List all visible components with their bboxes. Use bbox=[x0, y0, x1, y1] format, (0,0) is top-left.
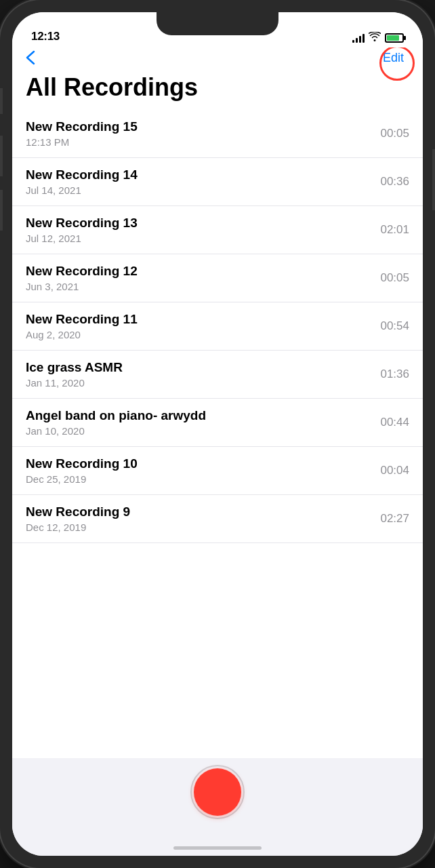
back-button[interactable] bbox=[26, 50, 35, 65]
recording-info: New Recording 11 Aug 2, 2020 bbox=[26, 312, 380, 340]
record-button[interactable] bbox=[194, 768, 241, 816]
recordings-list: New Recording 15 12:13 PM 00:05 New Reco… bbox=[12, 110, 423, 758]
recording-info: New Recording 9 Dec 12, 2019 bbox=[26, 505, 380, 533]
recording-info: New Recording 12 Jun 3, 2021 bbox=[26, 264, 380, 292]
recording-duration: 00:05 bbox=[380, 127, 409, 140]
list-item[interactable]: New Recording 9 Dec 12, 2019 02:27 bbox=[12, 495, 423, 543]
recording-date: Dec 12, 2019 bbox=[26, 521, 380, 533]
recording-name: New Recording 10 bbox=[26, 456, 380, 471]
list-item[interactable]: New Recording 12 Jun 3, 2021 00:05 bbox=[12, 254, 423, 302]
list-item[interactable]: New Recording 11 Aug 2, 2020 00:54 bbox=[12, 302, 423, 351]
phone-frame: 12:13 bbox=[0, 0, 435, 868]
recording-duration: 02:01 bbox=[380, 223, 409, 237]
home-indicator bbox=[12, 840, 423, 856]
power-button[interactable] bbox=[432, 149, 435, 210]
recording-date: Jan 11, 2020 bbox=[26, 377, 380, 389]
recording-duration: 00:04 bbox=[380, 464, 409, 477]
recording-name: Ice grass ASMR bbox=[26, 360, 380, 375]
wifi-icon bbox=[369, 32, 381, 43]
list-item[interactable]: New Recording 15 12:13 PM 00:05 bbox=[12, 110, 423, 158]
recording-date: Dec 25, 2019 bbox=[26, 473, 380, 485]
page-title: All Recordings bbox=[12, 71, 423, 110]
recording-date: Jul 14, 2021 bbox=[26, 184, 380, 196]
recording-duration: 00:54 bbox=[380, 319, 409, 333]
status-icons bbox=[352, 32, 404, 43]
battery-fill bbox=[387, 35, 399, 41]
recording-name: New Recording 15 bbox=[26, 119, 380, 134]
recording-info: New Recording 13 Jul 12, 2021 bbox=[26, 216, 380, 244]
recording-info: New Recording 14 Jul 14, 2021 bbox=[26, 167, 380, 196]
mute-switch[interactable] bbox=[0, 88, 3, 114]
recording-name: Angel band on piano- arwydd bbox=[26, 408, 380, 423]
recording-date: Jul 12, 2021 bbox=[26, 233, 380, 244]
recording-name: New Recording 14 bbox=[26, 167, 380, 182]
nav-bar: Edit bbox=[12, 47, 423, 71]
recording-name: New Recording 12 bbox=[26, 264, 380, 279]
recording-info: New Recording 15 12:13 PM bbox=[26, 119, 380, 148]
recording-duration: 00:44 bbox=[380, 416, 409, 429]
status-time: 12:13 bbox=[31, 30, 60, 43]
list-item[interactable]: New Recording 14 Jul 14, 2021 00:36 bbox=[12, 158, 423, 206]
recording-date: Aug 2, 2020 bbox=[26, 329, 380, 340]
phone-screen: 12:13 bbox=[12, 12, 423, 856]
recording-name: New Recording 13 bbox=[26, 216, 380, 231]
recording-name: New Recording 11 bbox=[26, 312, 380, 327]
recording-info: New Recording 10 Dec 25, 2019 bbox=[26, 456, 380, 485]
edit-button[interactable]: Edit bbox=[377, 48, 409, 67]
volume-up-button[interactable] bbox=[0, 136, 3, 176]
recording-duration: 02:27 bbox=[380, 512, 409, 526]
list-item[interactable]: New Recording 13 Jul 12, 2021 02:01 bbox=[12, 206, 423, 254]
battery-icon bbox=[385, 33, 404, 43]
recording-date: 12:13 PM bbox=[26, 136, 380, 148]
recording-date: Jun 3, 2021 bbox=[26, 281, 380, 292]
recording-info: Ice grass ASMR Jan 11, 2020 bbox=[26, 360, 380, 389]
recording-duration: 00:36 bbox=[380, 175, 409, 189]
recording-duration: 00:05 bbox=[380, 271, 409, 285]
recording-duration: 01:36 bbox=[380, 368, 409, 381]
home-indicator-bar bbox=[173, 846, 262, 850]
edit-button-container: Edit bbox=[377, 51, 409, 65]
recording-name: New Recording 9 bbox=[26, 505, 380, 519]
recording-date: Jan 10, 2020 bbox=[26, 425, 380, 437]
recording-info: Angel band on piano- arwydd Jan 10, 2020 bbox=[26, 408, 380, 437]
bottom-bar bbox=[12, 758, 423, 840]
list-item[interactable]: Angel band on piano- arwydd Jan 10, 2020… bbox=[12, 399, 423, 447]
notch bbox=[157, 12, 278, 35]
list-item[interactable]: New Recording 10 Dec 25, 2019 00:04 bbox=[12, 447, 423, 495]
signal-bars-icon bbox=[352, 33, 365, 43]
volume-down-button[interactable] bbox=[0, 190, 3, 231]
list-item[interactable]: Ice grass ASMR Jan 11, 2020 01:36 bbox=[12, 351, 423, 399]
